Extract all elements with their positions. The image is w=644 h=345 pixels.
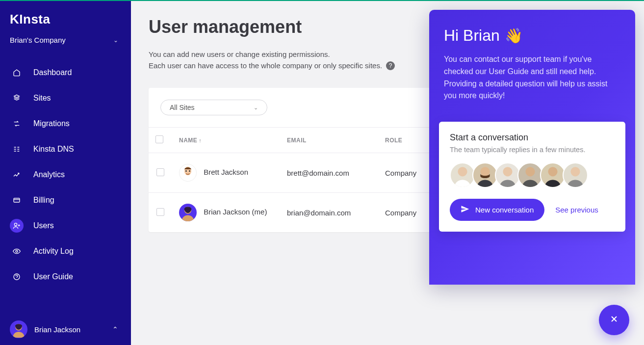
chat-greeting: Hi Brian 👋 [444,27,620,45]
svg-point-10 [480,167,489,176]
svg-point-6 [185,170,187,172]
svg-point-1 [14,223,17,226]
col-name-header[interactable]: NAME↑ [172,128,280,153]
wave-icon: 👋 [505,27,523,44]
user-name: Brian Jackson (me) [204,208,267,216]
chat-close-button[interactable] [599,305,629,335]
brand-logo: KInsta [0,1,131,31]
current-user-name: Brian Jackson [34,325,105,334]
dns-icon [10,142,24,156]
svg-point-14 [570,167,580,176]
col-email-header[interactable]: EMAIL [280,128,378,153]
agent-avatar [472,162,498,188]
home-icon [10,66,24,80]
activity-icon [10,244,24,258]
chevron-down-icon: ⌄ [113,37,121,44]
agent-avatars [450,162,615,188]
nav-label: Billing [33,196,54,205]
analytics-icon [10,168,24,182]
site-filter-select[interactable]: All Sites ⌄ [160,100,267,115]
chat-hero-text: You can contact our support team if you'… [444,53,620,102]
send-icon [461,205,469,215]
see-previous-link[interactable]: See previous [555,206,598,214]
current-user-menu[interactable]: Brian Jackson ⌃ [0,314,131,345]
nav-label: Sites [33,94,51,103]
nav-item-dashboard[interactable]: Dashboard [0,60,131,85]
nav: Dashboard Sites Migrations Kinsta DNS [0,55,131,314]
chat-start-card: Start a conversation The team typically … [439,122,625,232]
svg-point-9 [458,167,467,176]
nav-item-billing[interactable]: Billing [0,187,131,213]
agent-avatar [517,162,543,188]
avatar [10,320,27,338]
nav-item-dns[interactable]: Kinsta DNS [0,136,131,162]
agent-avatar [540,162,566,188]
sites-icon [10,91,24,105]
user-avatar [179,204,197,221]
nav-item-analytics[interactable]: Analytics [0,162,131,187]
svg-rect-0 [14,198,20,202]
svg-point-11 [503,167,512,176]
user-email: brian@domain.com [280,193,378,233]
user-name: Brett Jackson [204,168,248,176]
chat-widget: Hi Brian 👋 You can contact our support t… [429,10,635,285]
select-all-checkbox[interactable] [155,135,163,143]
nav-item-users[interactable]: Users [0,213,131,239]
company-switcher[interactable]: Brian's Company ⌄ [0,31,131,55]
nav-label: Kinsta DNS [33,145,74,154]
nav-item-migrations[interactable]: Migrations [0,111,131,136]
desc-line-2: Each user can have access to the whole c… [149,60,382,72]
agent-avatar [495,162,520,188]
sidebar: KInsta Brian's Company ⌄ Dashboard Sites [0,1,131,345]
row-checkbox[interactable] [156,168,164,176]
new-conversation-button[interactable]: New conversation [450,199,544,221]
nav-label: Users [33,221,54,230]
nav-label: Migrations [33,119,70,128]
users-icon [10,219,24,233]
chat-reply-time: The team typically replies in a few minu… [450,146,615,154]
filter-selected: All Sites [170,104,195,111]
migrations-icon [10,117,24,131]
agent-avatar [450,162,475,188]
user-avatar [179,164,197,182]
chevron-up-icon: ⌃ [112,325,121,333]
svg-point-2 [16,250,18,252]
svg-point-7 [189,170,190,172]
sort-asc-icon: ↑ [199,137,202,143]
user-email: brett@domain.com [280,153,378,193]
svg-point-12 [525,167,535,176]
nav-item-user-guide[interactable]: User Guide [0,264,131,290]
chevron-down-icon: ⌄ [254,105,258,111]
nav-label: Analytics [33,170,65,179]
row-checkbox[interactable] [156,208,164,216]
nav-item-sites[interactable]: Sites [0,85,131,111]
close-icon [609,313,619,327]
chat-start-title: Start a conversation [450,133,615,143]
agent-avatar [563,162,588,188]
nav-item-activity-log[interactable]: Activity Log [0,239,131,264]
nav-label: Dashboard [33,68,72,77]
svg-point-13 [548,167,557,176]
help-icon[interactable]: ? [386,61,395,70]
guide-icon [10,270,24,284]
company-name: Brian's Company [10,36,66,44]
nav-label: Activity Log [33,247,74,256]
nav-label: User Guide [33,272,73,281]
billing-icon [10,193,24,207]
